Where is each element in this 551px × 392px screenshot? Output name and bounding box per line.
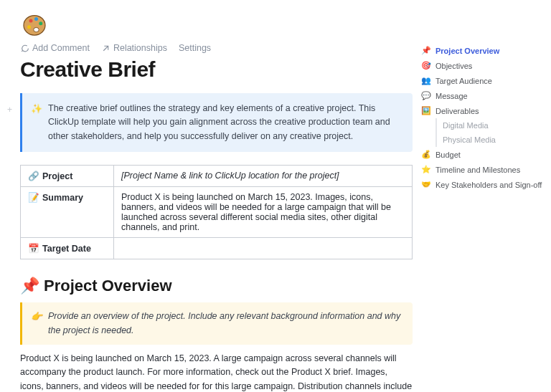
add-block-gutter[interactable]: + (7, 105, 12, 115)
row-icon: 📅 (28, 244, 39, 254)
add-comment-button[interactable]: Add Comment (20, 43, 90, 53)
project-table: 🔗Project[Project Name & link to ClickUp … (20, 165, 413, 259)
toc-label: Objectives (435, 62, 472, 70)
page: Add Comment Relationships Settings Creat… (0, 0, 551, 392)
pushpin-icon: 📌 (20, 277, 39, 295)
toc-icon: 💰 (421, 150, 431, 159)
table-row: 🔗Project[Project Name & link to ClickUp … (21, 166, 413, 187)
table-row-value[interactable] (114, 238, 413, 259)
settings-button[interactable]: Settings (179, 43, 211, 53)
overview-body-text: Product X is being launched on March 15,… (20, 352, 413, 392)
relationships-icon (101, 44, 110, 53)
overview-hint-callout: 👉 Provide an overview of the project. In… (20, 302, 413, 345)
toc-item[interactable]: 👥Target Audience (420, 73, 551, 88)
table-row-label: 🔗Project (21, 166, 114, 187)
section-heading-text: Project Overview (44, 277, 172, 295)
intro-callout-text: The creative brief outlines the strategy… (48, 102, 402, 143)
row-icon: 🔗 (28, 171, 39, 181)
relationships-label: Relationships (113, 43, 167, 53)
settings-label: Settings (179, 43, 211, 53)
toc-label: Target Audience (435, 77, 492, 85)
row-icon: 📝 (28, 193, 39, 203)
svg-point-4 (27, 25, 31, 29)
toc-icon: 🎯 (421, 61, 431, 70)
toc-label: Project Overview (435, 47, 499, 55)
doc-actions-bar: Add Comment Relationships Settings (20, 43, 413, 53)
toc-item[interactable]: 💬Message (420, 88, 551, 103)
toc-icon: 🖼️ (421, 106, 431, 115)
svg-point-2 (34, 17, 38, 21)
comment-icon (20, 44, 29, 53)
table-row-label: 📅Target Date (21, 238, 114, 259)
toc-label: Budget (435, 150, 461, 159)
svg-point-1 (29, 19, 33, 23)
svg-point-5 (34, 27, 39, 32)
toc-item[interactable]: 🖼️Deliverables (420, 103, 551, 118)
intro-callout: ✨ The creative brief outlines the strate… (20, 93, 413, 152)
table-row-label: 📝Summary (21, 187, 114, 238)
toc-icon: 🤝 (421, 180, 431, 189)
toc-label: Key Stakeholders and Sign-off (435, 181, 542, 189)
toc-icon: ⭐ (421, 165, 431, 174)
table-row: 📝SummaryProduct X is being launched on M… (21, 187, 413, 238)
doc-icon-palette[interactable] (20, 10, 49, 39)
svg-point-0 (24, 16, 45, 36)
section-heading-overview: 📌 Project Overview (20, 277, 413, 295)
page-title: Creative Brief (20, 57, 413, 82)
toc-item[interactable]: 📌Project Overview (420, 43, 551, 58)
relationships-button[interactable]: Relationships (101, 43, 167, 53)
sparkle-icon: ✨ (31, 102, 42, 143)
toc-icon: 📌 (421, 46, 431, 55)
toc-label: Message (435, 92, 468, 100)
pointing-hand-icon: 👉 (31, 310, 42, 338)
table-row: 📅Target Date (21, 238, 413, 259)
toc-item[interactable]: 💰Budget (420, 147, 551, 162)
toc-subitem[interactable]: Physical Media (435, 133, 551, 147)
add-comment-label: Add Comment (32, 43, 90, 53)
toc-item[interactable]: ⭐Timeline and Milestones (420, 162, 551, 177)
main-content: Add Comment Relationships Settings Creat… (0, 0, 413, 392)
svg-point-3 (39, 21, 42, 25)
overview-hint-text: Provide an overview of the project. Incl… (48, 310, 402, 338)
toc-sublabel: Physical Media (443, 135, 496, 144)
toc-subgroup: Digital MediaPhysical Media (420, 118, 551, 147)
toc-icon: 👥 (421, 76, 431, 85)
toc-item[interactable]: 🎯Objectives (420, 58, 551, 73)
table-row-value[interactable]: [Project Name & link to ClickUp location… (114, 166, 413, 187)
toc-item[interactable]: 🤝Key Stakeholders and Sign-off (420, 177, 551, 192)
toc-subitem[interactable]: Digital Media (435, 118, 551, 133)
toc-sublabel: Digital Media (443, 121, 489, 130)
table-row-value[interactable]: Product X is being launched on March 15,… (114, 187, 413, 238)
toc-label: Deliverables (435, 107, 479, 115)
toc-label: Timeline and Milestones (435, 166, 520, 174)
toc-icon: 💬 (421, 91, 431, 100)
toc-sidebar: 📌Project Overview🎯Objectives👥Target Audi… (413, 0, 551, 392)
